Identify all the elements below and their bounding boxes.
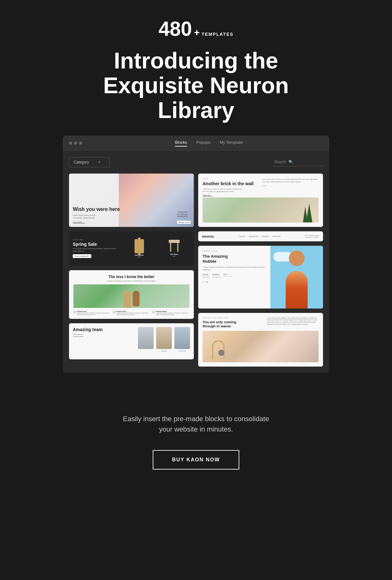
feature3-text: Feature three Lorem ipsum dolor sit amet…: [156, 310, 189, 316]
team-member-3: Developer: [174, 327, 190, 352]
social-i[interactable]: in: [264, 185, 265, 187]
browser-tabs: Blocks Popups My Template: [95, 140, 323, 147]
person-head: [289, 250, 305, 266]
card-wish-heading: Wish you were here: [73, 206, 190, 212]
card-brick-image: [203, 197, 319, 223]
metric-strategy-sub: Art DirectorsPhotography: [203, 275, 210, 278]
card-hubble-content: GRAPHIC STAG The AmazingHubble A effect …: [198, 246, 323, 309]
card-sale-body: Lorem ipsum dolor sit amet consectetur, …: [73, 248, 120, 252]
hubble-metrics: Strategy Art DirectorsPhotography Design…: [203, 273, 266, 278]
card-hubble-image: [270, 246, 323, 309]
card-less-heading: The less I know the better: [73, 275, 189, 279]
metric-client-sub: Neuron Themes: [223, 275, 232, 277]
nav-address: 2821 Lobelia AvenueAsheville, CA 28201: [305, 234, 319, 238]
card-sale-product2: Bar Stool $46: [158, 240, 190, 257]
templates-count: 480 + TEMPLATES: [158, 19, 233, 39]
card-waves[interactable]: STRATEGY ART DIRECTION You are only comi…: [198, 313, 323, 367]
count-number: 480: [158, 19, 192, 39]
social-twitter[interactable]: t: [203, 281, 203, 283]
waves-upper: STRATEGY ART DIRECTION You are only comi…: [203, 317, 319, 328]
team-label-3: Developer: [174, 350, 190, 352]
dot-red: [69, 142, 72, 145]
feature2-icon: [113, 311, 115, 313]
card-brick-right: Lorem ipsum dolor sit amet, consectetur …: [262, 178, 319, 196]
browser-mockup: Blocks Popups My Template Category ▾ Sea…: [63, 136, 329, 373]
metric-designers-sub: Trevor BeasleyNorah Martinez: [212, 275, 221, 278]
watch-shape: [135, 239, 144, 253]
hubble-tag: GRAPHIC STAG: [203, 250, 266, 252]
social-f[interactable]: f: [262, 185, 262, 187]
hero-section: 480 + TEMPLATES Introducing the Exquisit…: [0, 0, 392, 401]
nav-link-2[interactable]: Second link: [249, 235, 258, 237]
browser-content: Category ▾ Search 🔍 Feels likewe only go…: [63, 151, 329, 373]
card-sale[interactable]: TITLE ONE Spring Sale Lorem ipsum dolor …: [69, 231, 194, 266]
stool-shape: [169, 240, 180, 252]
browser-dots: [69, 142, 82, 145]
waves-tag: STRATEGY ART DIRECTION: [203, 317, 264, 319]
card-brick-top: TITLE Another brick in the wall Lorem ip…: [203, 178, 319, 196]
feature2-body: Lorem ipsum dolor sit amet, consectetur …: [116, 312, 150, 316]
waves-body-text: Curran tellus ridiculus facilisis. In lo…: [267, 317, 319, 328]
nav-link-4[interactable]: Fourth link: [273, 235, 281, 237]
social-t[interactable]: t: [266, 185, 267, 187]
nav-link-3[interactable]: Third link: [262, 235, 268, 237]
bottom-section: Easily insert the pre-made blocks to con…: [0, 401, 392, 488]
card-team[interactable]: Amazing team Facilisi auisqueCongue ultr…: [69, 323, 194, 359]
team-label-2: Designer: [156, 350, 172, 352]
card-team-photos: Designer Developer: [138, 327, 190, 352]
count-plus: +: [194, 27, 200, 38]
card-hubble-left: GRAPHIC STAG The AmazingHubble A effect …: [198, 246, 270, 309]
card-less-features: Feature one Lorem ipsum dolor sit amet, …: [73, 310, 189, 316]
person2: [133, 291, 140, 306]
card-brick-link[interactable]: Article title →: [203, 194, 259, 196]
card-brick[interactable]: TITLE Another brick in the wall Lorem ip…: [198, 174, 323, 227]
product2-price: $46: [158, 255, 190, 257]
card-brick-text-area: TITLE Another brick in the wall Lorem ip…: [203, 178, 259, 196]
tab-my-template[interactable]: My Template: [220, 140, 242, 147]
waves-image: [203, 331, 319, 362]
feature-2: Feature two Lorem ipsum dolor sit amet, …: [113, 310, 150, 316]
feature-3: Feature three Lorem ipsum dolor sit amet…: [152, 310, 189, 316]
search-box[interactable]: Search 🔍: [273, 158, 323, 166]
waves-body: Curran tellus ridiculus facilisis. In lo…: [267, 317, 319, 326]
ball-shape: [218, 350, 225, 356]
stool-leg-right: [177, 243, 178, 252]
category-label: Category: [74, 160, 89, 164]
card-brick-body: Lorem ipsum dolor sit amet, consectetur …: [203, 188, 243, 193]
card-less[interactable]: The less I know the better In hopes of f…: [69, 270, 194, 319]
social-facebook[interactable]: f: [204, 281, 205, 283]
tab-blocks[interactable]: Blocks: [175, 140, 187, 147]
social-instagram[interactable]: ig: [206, 281, 208, 283]
nav-link-1[interactable]: First link: [239, 235, 245, 237]
waves-text: STRATEGY ART DIRECTION You are only comi…: [203, 317, 264, 328]
card-wish-text: Wish you were here Lorem ipsum dolor sit…: [73, 206, 190, 223]
card-less-people: [123, 291, 140, 308]
product1-price: $85: [124, 256, 155, 258]
tab-popups[interactable]: Popups: [196, 140, 210, 147]
category-dropdown[interactable]: Category ▾: [69, 157, 110, 167]
card-wish[interactable]: Feels likewe only gobackwards Money Tree…: [69, 174, 194, 227]
browser-controls: Category ▾ Search 🔍: [69, 157, 323, 167]
team-member-1: [138, 327, 154, 352]
team-photo-1: [138, 327, 154, 349]
card-hubble[interactable]: GRAPHIC STAG The AmazingHubble A effect …: [198, 246, 323, 309]
card-brick-heading: Another brick in the wall: [203, 181, 259, 186]
card-sale-button[interactable]: Buy a surprise $1: [73, 254, 91, 258]
hubble-heading: The AmazingHubble: [203, 254, 266, 265]
left-column: Feels likewe only gobackwards Money Tree…: [69, 174, 194, 367]
card-wish-link[interactable]: Learn More →: [73, 221, 190, 223]
card-less-sub: In hopes of finding out the truth, he en…: [73, 280, 189, 282]
team-photo-3: [174, 327, 190, 349]
stool-top: [169, 240, 180, 243]
feature1-text: Feature one Lorem ipsum dolor sit amet, …: [77, 310, 110, 316]
dot-green: [79, 142, 82, 145]
cta-button[interactable]: BUY KAON NOW: [153, 450, 240, 470]
person1: [123, 291, 131, 308]
search-label: Search: [274, 160, 286, 164]
card-sale-heading: Spring Sale: [73, 242, 120, 247]
stool-leg-left: [170, 243, 171, 252]
stool-legs: [169, 243, 180, 252]
feature2-text: Feature two Lorem ipsum dolor sit amet, …: [116, 310, 150, 316]
card-neuron-nav[interactable]: neuron. First link Second link Third lin…: [198, 231, 323, 241]
hubble-social: t f ig: [203, 281, 266, 283]
